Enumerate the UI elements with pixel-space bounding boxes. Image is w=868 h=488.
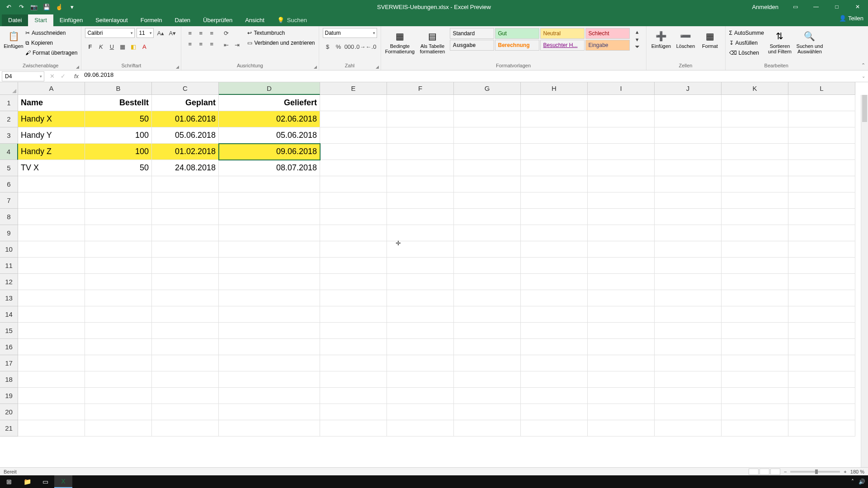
cell-D1[interactable]: Geliefert xyxy=(219,95,320,111)
cell-K1[interactable] xyxy=(722,95,788,111)
cell-E9[interactable] xyxy=(320,225,387,241)
cell-D21[interactable] xyxy=(219,420,320,436)
cell-K21[interactable] xyxy=(722,420,788,436)
cell-K7[interactable] xyxy=(722,192,788,209)
column-header-F[interactable]: F xyxy=(387,82,454,95)
row-header-13[interactable]: 13 xyxy=(0,290,18,306)
cell-A10[interactable] xyxy=(18,241,85,258)
cell-A12[interactable] xyxy=(18,274,85,290)
cell-K6[interactable] xyxy=(722,176,788,192)
cell-A17[interactable] xyxy=(18,355,85,371)
cell-H10[interactable] xyxy=(521,241,588,258)
cell-J4[interactable] xyxy=(655,144,722,160)
align-center-button[interactable]: ≡ xyxy=(196,39,206,49)
cell-K2[interactable] xyxy=(722,111,788,127)
format-cells-button[interactable]: ▦Format xyxy=(699,28,722,60)
cut-button[interactable]: ✂Ausschneiden xyxy=(25,28,77,38)
cell-L5[interactable] xyxy=(788,160,855,176)
cell-C1[interactable]: Geplant xyxy=(152,95,219,111)
zoom-level[interactable]: 180 % xyxy=(850,469,864,474)
cell-F5[interactable] xyxy=(387,160,454,176)
orientation-button[interactable]: ⟳ xyxy=(221,28,231,38)
cell-A16[interactable] xyxy=(18,339,85,355)
cell-C7[interactable] xyxy=(152,192,219,209)
cell-B4[interactable]: 100 xyxy=(85,144,152,160)
cell-D11[interactable] xyxy=(219,258,320,274)
row-header-16[interactable]: 16 xyxy=(0,339,18,355)
cell-D18[interactable] xyxy=(219,371,320,388)
cell-D7[interactable] xyxy=(219,192,320,209)
cell-K10[interactable] xyxy=(722,241,788,258)
cell-K15[interactable] xyxy=(722,323,788,339)
cell-J15[interactable] xyxy=(655,323,722,339)
cell-F16[interactable] xyxy=(387,339,454,355)
vertical-scrollbar[interactable] xyxy=(861,95,868,470)
insert-cells-button[interactable]: ➕Einfügen xyxy=(650,28,673,60)
style-gut[interactable]: Gut xyxy=(495,28,539,39)
cell-K18[interactable] xyxy=(722,371,788,388)
view-page-layout-button[interactable] xyxy=(760,469,769,475)
delete-cells-button[interactable]: ➖Löschen xyxy=(675,28,697,60)
cell-F7[interactable] xyxy=(387,192,454,209)
cell-G6[interactable] xyxy=(454,176,521,192)
font-name-combo[interactable]: Calibri xyxy=(85,28,135,38)
cell-E3[interactable] xyxy=(320,127,387,144)
cell-C9[interactable] xyxy=(152,225,219,241)
cell-G16[interactable] xyxy=(454,339,521,355)
row-header-19[interactable]: 19 xyxy=(0,388,18,404)
cell-I8[interactable] xyxy=(588,209,655,225)
row-header-18[interactable]: 18 xyxy=(0,371,18,388)
fill-color-button[interactable]: ◧ xyxy=(128,42,138,52)
minimize-button[interactable]: — xyxy=(806,0,826,14)
cell-I4[interactable] xyxy=(588,144,655,160)
cell-G21[interactable] xyxy=(454,420,521,436)
cell-G12[interactable] xyxy=(454,274,521,290)
cell-H4[interactable] xyxy=(521,144,588,160)
cell-D5[interactable]: 08.07.2018 xyxy=(219,160,320,176)
cell-J7[interactable] xyxy=(655,192,722,209)
qat-customize-button[interactable]: ▾ xyxy=(67,2,77,12)
cell-H13[interactable] xyxy=(521,290,588,306)
cell-A11[interactable] xyxy=(18,258,85,274)
cell-C13[interactable] xyxy=(152,290,219,306)
row-header-7[interactable]: 7 xyxy=(0,192,18,209)
bold-button[interactable]: F xyxy=(85,42,95,52)
cell-I6[interactable] xyxy=(588,176,655,192)
cell-B8[interactable] xyxy=(85,209,152,225)
fill-button[interactable]: ↧Ausfüllen xyxy=(729,38,764,48)
cell-B6[interactable] xyxy=(85,176,152,192)
cell-L12[interactable] xyxy=(788,274,855,290)
cell-L8[interactable] xyxy=(788,209,855,225)
undo-button[interactable]: ↶ xyxy=(4,2,14,12)
cell-E16[interactable] xyxy=(320,339,387,355)
cell-I9[interactable] xyxy=(588,225,655,241)
cell-F4[interactable] xyxy=(387,144,454,160)
cell-A20[interactable] xyxy=(18,404,85,420)
tab-data[interactable]: Daten xyxy=(168,14,197,26)
cell-E21[interactable] xyxy=(320,420,387,436)
cell-J3[interactable] xyxy=(655,127,722,144)
currency-button[interactable]: $ xyxy=(323,42,333,52)
cell-L13[interactable] xyxy=(788,290,855,306)
cell-C15[interactable] xyxy=(152,323,219,339)
cell-A3[interactable]: Handy Y xyxy=(18,127,85,144)
cell-G10[interactable] xyxy=(454,241,521,258)
cell-A8[interactable] xyxy=(18,209,85,225)
cell-E17[interactable] xyxy=(320,355,387,371)
cell-G3[interactable] xyxy=(454,127,521,144)
cell-I7[interactable] xyxy=(588,192,655,209)
cell-L21[interactable] xyxy=(788,420,855,436)
column-header-J[interactable]: J xyxy=(655,82,722,95)
excel-taskbar-button[interactable]: X xyxy=(54,475,72,488)
cell-E7[interactable] xyxy=(320,192,387,209)
cell-F13[interactable] xyxy=(387,290,454,306)
cell-D20[interactable] xyxy=(219,404,320,420)
cell-K4[interactable] xyxy=(722,144,788,160)
cell-K14[interactable] xyxy=(722,306,788,323)
cell-L7[interactable] xyxy=(788,192,855,209)
cell-F1[interactable] xyxy=(387,95,454,111)
cell-L14[interactable] xyxy=(788,306,855,323)
cell-B14[interactable] xyxy=(85,306,152,323)
cell-D3[interactable]: 05.06.2018 xyxy=(219,127,320,144)
zoom-slider[interactable] xyxy=(790,471,840,473)
